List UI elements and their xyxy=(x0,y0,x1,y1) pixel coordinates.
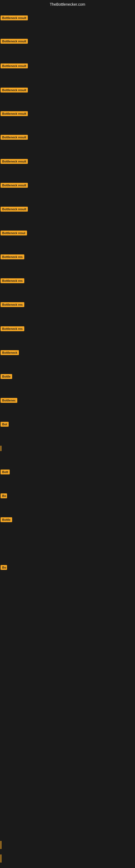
site-title: TheBottlenecker.com xyxy=(0,0,135,9)
badge-18: Bot xyxy=(1,422,9,427)
badge-19: Bott xyxy=(1,469,10,474)
badge-12: Bottleneck res xyxy=(1,278,24,283)
vline-3 xyxy=(1,855,1,863)
vline-2 xyxy=(1,841,1,849)
badge-20: Bo xyxy=(1,493,7,498)
badge-16: Bottle xyxy=(1,374,12,379)
badge-7: Bottleneck result xyxy=(1,159,28,164)
badge-14: Bottleneck res xyxy=(1,326,24,331)
badge-11: Bottleneck res xyxy=(1,254,24,259)
vline-1 xyxy=(1,446,1,451)
badge-17: Bottlenec xyxy=(1,398,17,403)
badge-15: Bottleneck xyxy=(1,350,19,355)
badge-5: Bottleneck result xyxy=(1,111,28,116)
badge-2: Bottleneck result xyxy=(1,39,28,44)
badge-8: Bottleneck result xyxy=(1,183,28,188)
badge-4: Bottleneck result xyxy=(1,88,28,93)
badge-13: Bottleneck res xyxy=(1,302,24,307)
badge-3: Bottleneck result xyxy=(1,63,28,68)
badge-9: Bottleneck result xyxy=(1,207,28,212)
badge-10: Bottleneck resul xyxy=(1,230,27,236)
badge-1: Bottleneck result xyxy=(1,16,28,20)
badge-21: Bottle xyxy=(1,517,12,522)
badge-22: Bo xyxy=(1,565,7,570)
badge-6: Bottleneck result xyxy=(1,135,28,140)
